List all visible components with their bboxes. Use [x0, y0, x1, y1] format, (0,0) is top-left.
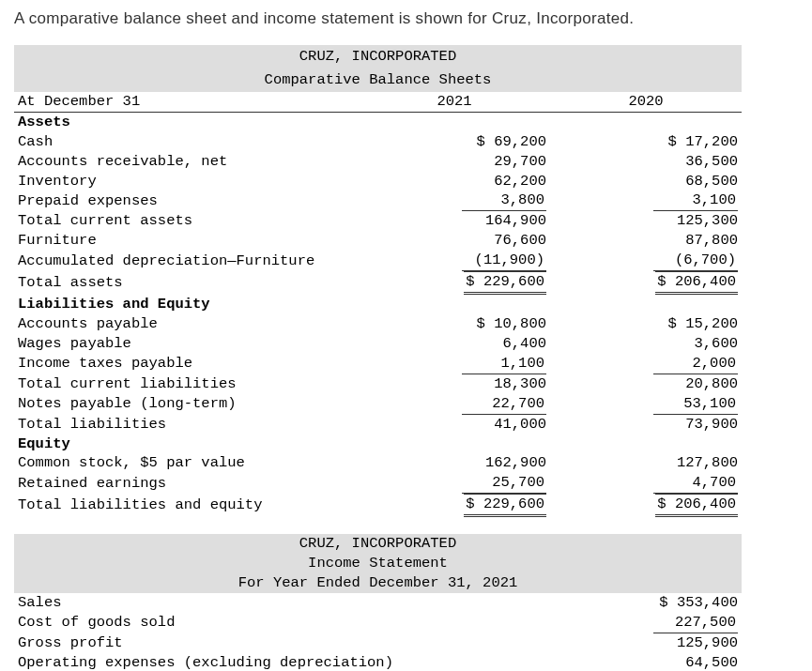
- table-row-value: 3,600: [550, 334, 742, 354]
- table-row-label: Total current assets: [14, 211, 359, 231]
- table-row-value: $ 17,200: [550, 132, 742, 152]
- bs-colhdr-y1: 2021: [359, 92, 550, 112]
- table-row-label: Cash: [14, 132, 359, 152]
- bs-section-assets: Assets: [14, 112, 359, 131]
- table-row-value: 2,000: [550, 354, 742, 374]
- bs-section-liab: Liabilities and Equity: [14, 295, 359, 314]
- table-row-value: 29,700: [359, 152, 550, 172]
- table-row-label: Furniture: [14, 231, 359, 251]
- table-row-value: 64,500: [505, 653, 742, 671]
- table-row-value: 53,100: [550, 394, 742, 415]
- table-row-value: 3,100: [550, 191, 742, 211]
- table-row-value: 162,900: [359, 453, 550, 473]
- bs-title1: CRUZ, INCORPORATED: [14, 45, 742, 69]
- table-row-label: Total assets: [14, 271, 359, 295]
- table-row-label: Income taxes payable: [14, 354, 359, 374]
- table-row-value: $ 206,400: [550, 271, 742, 295]
- table-row-value: $ 229,600: [359, 494, 550, 517]
- table-row-label: Sales: [14, 593, 505, 613]
- table-row-value: 127,800: [550, 453, 742, 473]
- table-row-value: 22,700: [359, 394, 550, 415]
- table-row-label: Total liabilities: [14, 415, 359, 435]
- table-row-value: 41,000: [359, 415, 550, 435]
- table-row-value: $ 353,400: [505, 593, 742, 613]
- is-title1: CRUZ, INCORPORATED: [14, 534, 742, 554]
- is-title3: For Year Ended December 31, 2021: [14, 573, 742, 593]
- intro-text: A comparative balance sheet and income s…: [14, 9, 798, 28]
- table-row-value: 4,700: [550, 473, 742, 494]
- table-row-label: Operating expenses (excluding depreciati…: [14, 653, 505, 671]
- table-row-value: 125,300: [550, 211, 742, 231]
- bs-section-eq: Equity: [14, 435, 359, 454]
- table-row-label: Total current liabilities: [14, 374, 359, 394]
- balance-sheet-table: CRUZ, INCORPORATED Comparative Balance S…: [14, 45, 742, 517]
- table-row-value: 3,800: [359, 191, 550, 211]
- table-row-label: Accumulated depreciation—Furniture: [14, 251, 359, 271]
- table-row-value: 62,200: [359, 172, 550, 191]
- table-row-label: Notes payable (long-term): [14, 394, 359, 415]
- table-row-label: Wages payable: [14, 334, 359, 354]
- income-statement-table: CRUZ, INCORPORATED Income Statement For …: [14, 534, 742, 671]
- table-row-label: Accounts receivable, net: [14, 152, 359, 172]
- table-row-value: $ 69,200: [359, 132, 550, 152]
- table-row-value: 87,800: [550, 231, 742, 251]
- table-row-label: Accounts payable: [14, 314, 359, 334]
- table-row-value: $ 15,200: [550, 314, 742, 334]
- bs-colhdr-y2: 2020: [550, 92, 742, 112]
- table-row-value: 1,100: [359, 354, 550, 374]
- table-row-value: 18,300: [359, 374, 550, 394]
- table-row-value: 73,900: [550, 415, 742, 435]
- table-row-value: (6,700): [550, 251, 742, 271]
- table-row-value: $ 10,800: [359, 314, 550, 334]
- table-row-value: $ 229,600: [359, 271, 550, 295]
- table-row-value: 36,500: [550, 152, 742, 172]
- table-row-value: $ 206,400: [550, 494, 742, 517]
- table-row-label: Retained earnings: [14, 473, 359, 494]
- table-row-value: 125,900: [505, 633, 742, 653]
- table-row-value: 76,600: [359, 231, 550, 251]
- table-row-value: 20,800: [550, 374, 742, 394]
- table-row-label: Common stock, $5 par value: [14, 453, 359, 473]
- table-row-value: 227,500: [505, 613, 742, 633]
- table-row-value: 6,400: [359, 334, 550, 354]
- bs-title2: Comparative Balance Sheets: [14, 69, 742, 92]
- table-row-value: 164,900: [359, 211, 550, 231]
- is-title2: Income Statement: [14, 554, 742, 573]
- bs-colhdr-label: At December 31: [14, 92, 359, 112]
- table-row-label: Total liabilities and equity: [14, 494, 359, 517]
- table-row-value: 25,700: [359, 473, 550, 494]
- table-row-value: 68,500: [550, 172, 742, 191]
- table-row-label: Prepaid expenses: [14, 191, 359, 211]
- table-row-label: Cost of goods sold: [14, 613, 505, 633]
- table-row-label: Inventory: [14, 172, 359, 191]
- table-row-label: Gross profit: [14, 633, 505, 653]
- table-row-value: (11,900): [359, 251, 550, 271]
